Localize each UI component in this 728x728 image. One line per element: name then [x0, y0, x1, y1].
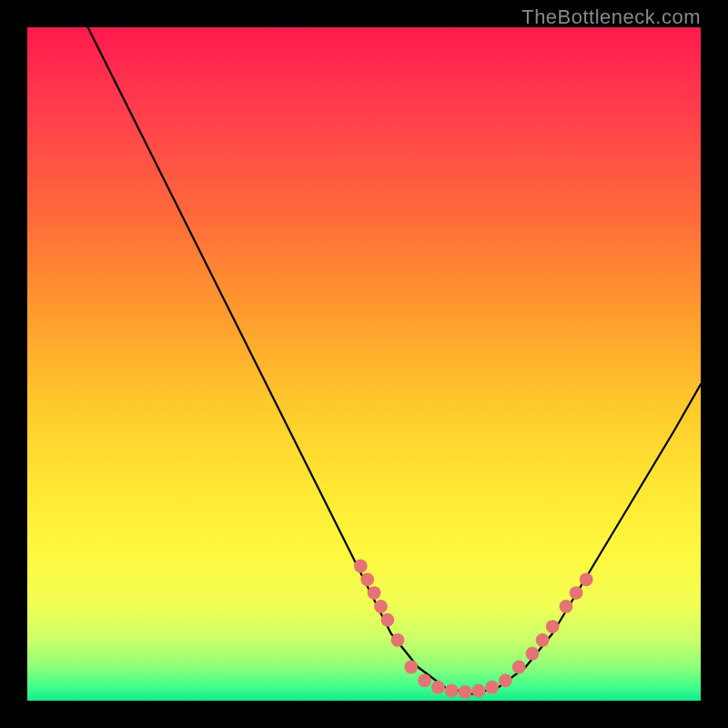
- highlight-marker: [368, 586, 381, 600]
- highlight-marker: [580, 572, 593, 586]
- highlight-marker: [485, 681, 499, 694]
- highlight-marker: [391, 633, 405, 647]
- highlight-marker: [404, 661, 418, 674]
- highlight-marker: [512, 661, 526, 674]
- highlight-marker: [471, 684, 485, 698]
- bottleneck-curve: [88, 27, 701, 694]
- plot-area: [27, 27, 701, 701]
- highlight-marker: [560, 600, 573, 613]
- chart-stage: TheBottleneck.com: [0, 0, 728, 728]
- highlight-marker: [381, 613, 395, 627]
- highlight-marker: [499, 673, 512, 687]
- highlight-marker: [546, 620, 560, 633]
- chart-svg: [27, 27, 701, 701]
- highlight-marker: [360, 572, 374, 586]
- highlight-marker: [526, 647, 540, 661]
- highlight-marker: [445, 684, 459, 698]
- watermark-text: TheBottleneck.com: [521, 5, 701, 29]
- highlight-marker: [536, 633, 550, 647]
- highlight-marker: [418, 673, 431, 687]
- highlight-marker: [354, 560, 368, 573]
- highlight-marker: [431, 681, 445, 694]
- highlight-marker: [570, 586, 583, 600]
- highlight-marker: [459, 685, 472, 699]
- highlight-marker: [374, 600, 388, 613]
